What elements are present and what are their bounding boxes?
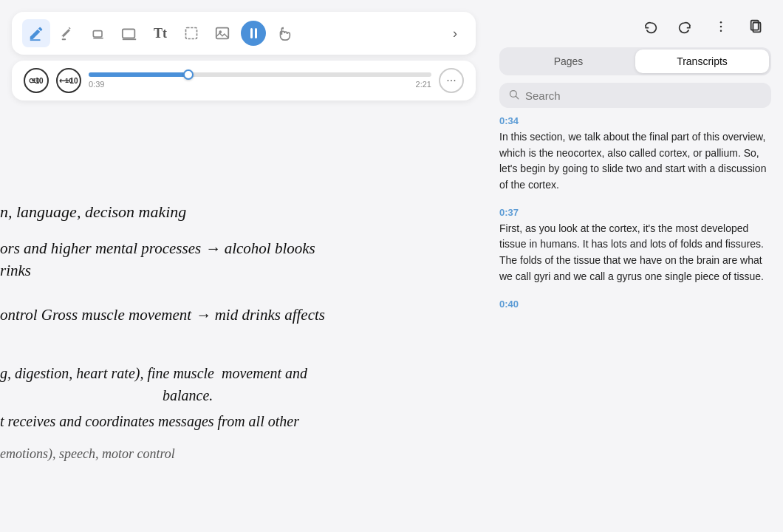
highlighter-icon [59,25,75,41]
handwriting-line-3: rinks [0,262,31,280]
svg-point-9 [720,21,722,24]
handwriting-line-1: n, language, decison making [0,202,186,222]
pages-panel-button[interactable] [742,12,771,41]
eraser-large-button[interactable] [115,19,143,47]
right-top-bar [488,0,783,47]
transcript-text-0: In this section, we talk about the final… [499,129,771,194]
progress-fill [89,72,188,77]
transcript-time-2[interactable]: 0:40 [499,299,771,310]
progress-thumb[interactable] [183,69,194,80]
playback-bar: ⟳10 ⟵10 0:39 2:21 ··· [12,61,476,100]
pointer-icon [276,25,293,41]
transcript-list: 0:34 In this section, we talk about the … [488,115,783,532]
select-icon [184,26,199,41]
pointer-tool-button[interactable] [270,19,298,47]
transcript-time-1[interactable]: 0:37 [499,207,771,218]
svg-line-15 [516,96,518,98]
tab-transcripts[interactable]: Transcripts [635,50,769,73]
chevron-right-icon: › [453,26,457,41]
handwriting-line-4: ontrol Gross muscle movement → mid drink… [0,306,325,324]
pen-tool-button[interactable] [22,19,50,47]
more-icon: ··· [446,74,456,87]
search-input[interactable] [525,89,762,102]
search-icon [508,89,519,102]
skip-back-icon: ⟵10 [59,77,78,85]
current-time: 0:39 [89,80,104,89]
transcript-entry-1: 0:37 First, as you look at the cortex, i… [499,207,771,285]
highlighter-tool-button[interactable] [53,19,81,47]
handwriting-line-2: ors and higher mental processes → alcoho… [0,239,315,258]
transcript-text-1: First, as you look at the cortex, it's t… [499,221,771,285]
eraser-large-icon [121,25,137,41]
svg-point-10 [720,26,722,28]
svg-rect-6 [186,28,197,39]
rewind-icon: ⟳10 [29,77,43,85]
right-panel: Pages Transcripts 0:34 In this section, … [488,0,783,532]
pen-icon [28,25,44,41]
pages-panel-icon [748,18,765,35]
time-labels: 0:39 2:21 [89,80,431,89]
search-container [499,83,771,108]
select-tool-button[interactable] [177,19,205,47]
undo-icon [643,19,657,34]
handwriting-line-7: t receives and coordinates messages from… [0,413,299,430]
progress-track[interactable] [89,72,431,77]
svg-point-8 [219,30,222,33]
progress-container: 0:39 2:21 [89,72,431,89]
image-tool-button[interactable] [208,19,236,47]
image-icon [214,25,230,41]
eraser-small-button[interactable] [84,19,112,47]
left-panel: Tt [0,0,488,532]
canvas-area: n, language, decison making ors and high… [0,106,488,532]
redo-icon [678,19,693,34]
handwriting-line-5: g, digestion, heart rate), fine muscle m… [0,365,307,382]
svg-rect-4 [123,30,135,38]
rewind-button[interactable]: ⟳10 [24,68,49,93]
skip-back-button[interactable]: ⟵10 [56,68,81,93]
undo-button[interactable] [635,12,665,41]
tab-pages[interactable]: Pages [502,50,635,73]
svg-rect-1 [62,38,66,40]
handwriting-line-8: emotions), speech, motor control [0,446,175,462]
transcript-time-0[interactable]: 0:34 [499,115,771,126]
toolbar: Tt [12,12,476,55]
svg-rect-2 [93,31,102,37]
tab-container: Pages Transcripts [499,47,771,75]
svg-point-11 [720,30,722,33]
text-tool-label: Tt [154,26,167,41]
handwriting-line-6: balance. [163,387,213,404]
svg-rect-7 [216,28,229,39]
transcript-entry-0: 0:34 In this section, we talk about the … [499,115,771,194]
redo-button[interactable] [671,12,700,41]
transcript-entry-2: 0:40 [499,299,771,310]
eraser-small-icon [91,26,106,41]
more-options-button[interactable] [706,12,736,41]
end-time: 2:21 [416,80,431,89]
pause-record-button[interactable] [239,19,267,47]
playback-more-button[interactable]: ··· [439,68,464,93]
pause-record-icon [241,21,266,46]
text-tool-button[interactable]: Tt [146,19,174,47]
more-options-icon [714,19,728,34]
toolbar-expand-button[interactable]: › [445,23,465,44]
